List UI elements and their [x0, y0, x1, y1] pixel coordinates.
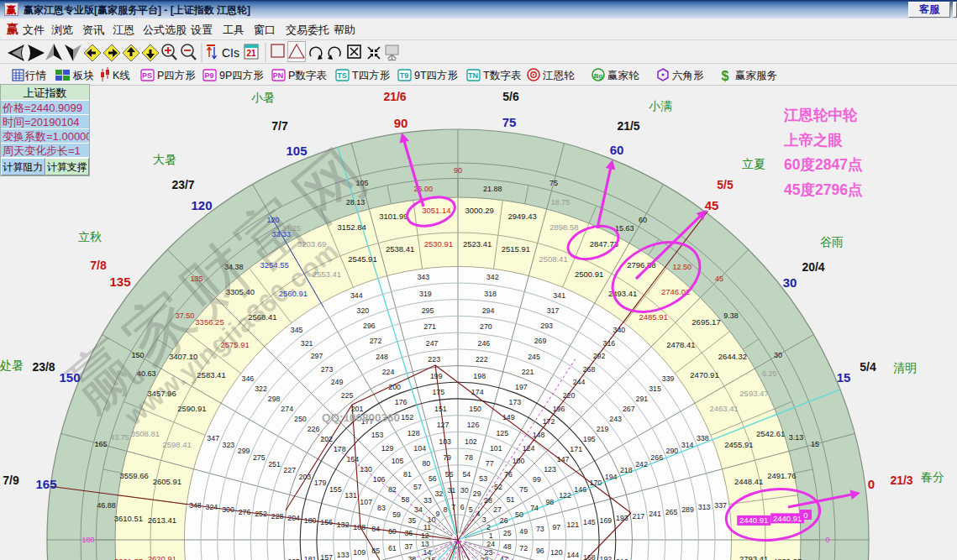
svg-text:247: 247	[426, 339, 439, 348]
svg-text:30: 30	[460, 486, 469, 495]
svg-text:83: 83	[377, 504, 386, 512]
svg-text:0: 0	[825, 536, 829, 544]
svg-text:2613.41: 2613.41	[148, 516, 176, 525]
svg-text:PS: PS	[142, 71, 152, 80]
svg-text:清明: 清明	[893, 361, 917, 374]
svg-text:73: 73	[536, 525, 544, 533]
svg-text:5: 5	[469, 505, 473, 514]
svg-text:276: 276	[239, 508, 251, 516]
svg-text:76: 76	[504, 470, 513, 479]
svg-text:102: 102	[465, 437, 477, 446]
svg-text:150: 150	[469, 405, 481, 413]
svg-text:3000.29: 3000.29	[465, 206, 494, 215]
svg-text:268: 268	[583, 365, 596, 374]
svg-text:342: 342	[486, 273, 499, 281]
svg-text:江恩轮中轮: 江恩轮中轮	[783, 107, 858, 123]
svg-text:6: 6	[460, 503, 465, 511]
svg-text:316: 316	[603, 339, 616, 348]
svg-text:84: 84	[371, 525, 380, 533]
svg-text:13: 13	[421, 540, 429, 548]
svg-text:2530.91: 2530.91	[424, 239, 453, 249]
svg-text:294: 294	[482, 306, 495, 315]
svg-text:172: 172	[543, 417, 555, 426]
svg-text:156: 156	[320, 518, 333, 526]
svg-text:299: 299	[238, 447, 250, 455]
svg-text:PN: PN	[273, 71, 284, 80]
svg-text:2593.47: 2593.47	[739, 389, 768, 398]
svg-text:3559.66: 3559.66	[119, 471, 148, 480]
svg-text:2448.41: 2448.41	[734, 477, 763, 486]
svg-text:292: 292	[593, 352, 606, 360]
svg-text:48: 48	[503, 542, 512, 551]
svg-text:57: 57	[413, 483, 422, 491]
svg-text:53: 53	[479, 474, 487, 483]
svg-text:322: 322	[255, 385, 267, 393]
svg-text:23/8: 23/8	[32, 360, 55, 374]
svg-text:2478.41: 2478.41	[666, 340, 695, 349]
svg-text:82: 82	[388, 485, 397, 494]
svg-text:221: 221	[522, 368, 534, 376]
svg-text:79: 79	[443, 453, 451, 462]
svg-text:29: 29	[473, 489, 481, 498]
svg-text:222: 222	[476, 355, 488, 364]
svg-text:228: 228	[271, 512, 284, 521]
svg-text:270: 270	[480, 322, 492, 331]
svg-text:203: 203	[299, 473, 312, 481]
svg-text:59: 59	[392, 510, 401, 519]
svg-text:2515.91: 2515.91	[502, 244, 530, 254]
svg-text:157: 157	[320, 553, 333, 560]
svg-text:343: 343	[417, 273, 429, 281]
svg-text:218: 218	[620, 466, 633, 474]
svg-text:2440.91: 2440.91	[773, 514, 802, 523]
svg-text:Bg: Bg	[594, 72, 603, 80]
svg-text:194: 194	[605, 473, 618, 481]
svg-text:122: 122	[559, 491, 571, 500]
svg-text:202: 202	[320, 435, 333, 443]
svg-text:谷雨: 谷雨	[820, 235, 844, 249]
svg-text:315: 315	[649, 385, 661, 393]
svg-text:CIs: CIs	[222, 46, 239, 60]
svg-text:132: 132	[337, 521, 350, 529]
svg-text:155: 155	[329, 485, 342, 494]
svg-text:立夏: 立夏	[742, 157, 765, 170]
svg-text:34: 34	[414, 505, 423, 514]
svg-text:226: 226	[308, 425, 320, 433]
svg-text:24: 24	[486, 540, 495, 548]
svg-text:处暑: 处暑	[0, 359, 24, 372]
svg-text:23/7: 23/7	[171, 178, 194, 191]
svg-text:21/5: 21/5	[617, 119, 639, 133]
svg-text:320: 320	[357, 306, 370, 315]
svg-text:295: 295	[422, 306, 434, 315]
svg-text:45度2796点: 45度2796点	[784, 181, 863, 198]
svg-text:2: 2	[486, 523, 491, 531]
svg-text:60: 60	[388, 527, 397, 536]
svg-text:178: 178	[334, 445, 346, 453]
svg-text:165: 165	[35, 477, 56, 491]
svg-text:2491.76: 2491.76	[767, 471, 796, 480]
svg-text:107: 107	[360, 498, 372, 506]
svg-text:立秋: 立秋	[78, 230, 102, 243]
svg-text:小满: 小满	[649, 99, 672, 113]
svg-text:274: 274	[281, 405, 293, 413]
svg-text:78: 78	[465, 453, 473, 462]
svg-text:3051.14: 3051.14	[422, 206, 450, 215]
svg-text:75: 75	[502, 115, 517, 129]
svg-text:149: 149	[502, 413, 515, 421]
svg-text:大暑: 大暑	[153, 153, 176, 166]
svg-text:195: 195	[583, 435, 596, 443]
svg-text:2508.41: 2508.41	[539, 254, 567, 264]
svg-text:15: 15	[837, 370, 851, 385]
svg-text:198: 198	[473, 372, 486, 380]
svg-text:5/6: 5/6	[502, 90, 519, 103]
svg-text:15: 15	[811, 440, 819, 448]
svg-text:120: 120	[191, 198, 212, 212]
svg-text:180: 180	[82, 536, 94, 544]
svg-text:125: 125	[496, 429, 508, 437]
svg-text:317: 317	[547, 306, 560, 315]
svg-text:3610.51: 3610.51	[114, 514, 143, 523]
svg-text:314: 314	[681, 441, 694, 449]
svg-text:2644.32: 2644.32	[718, 352, 747, 361]
svg-text:148: 148	[533, 431, 545, 439]
svg-text:0: 0	[803, 510, 807, 520]
svg-text:168: 168	[583, 553, 596, 560]
